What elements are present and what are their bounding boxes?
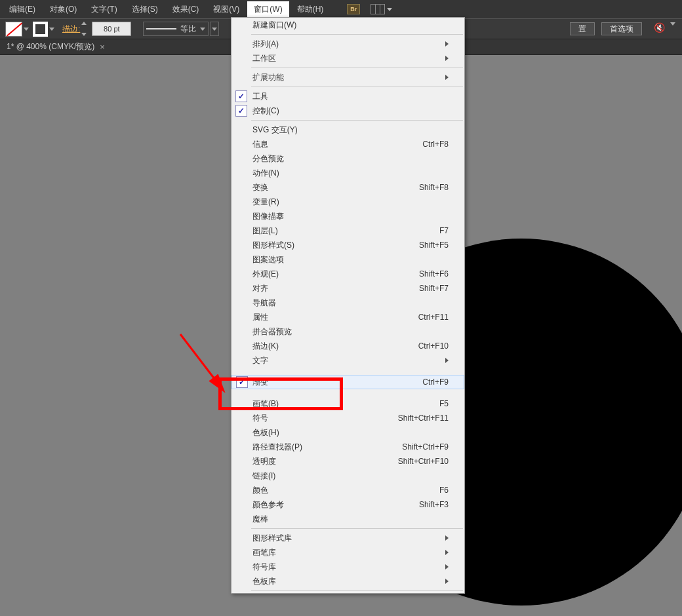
fill-none-icon[interactable] [5, 22, 22, 37]
menu-item[interactable]: 排列(A) [231, 37, 464, 51]
menubar: 编辑(E) 对象(O) 文字(T) 选择(S) 效果(C) 视图(V) 窗口(W… [0, 0, 682, 18]
preferences-button[interactable]: 首选项 [601, 22, 642, 35]
chevron-right-icon [445, 56, 449, 61]
menu-shortcut: F6 [439, 486, 449, 495]
menu-item-label: 排列(A) [252, 39, 279, 50]
menu-item[interactable]: 图案选项 [231, 252, 464, 267]
stroke-weight-input[interactable]: 80 pt [92, 22, 131, 36]
menu-item[interactable]: 变量(R) [231, 195, 464, 209]
menu-item-label: 符号 [252, 413, 268, 424]
menu-item[interactable]: 符号Shift+Ctrl+F11 [231, 411, 464, 425]
menu-object[interactable]: 对象(O) [43, 1, 83, 18]
menu-shortcut: Shift+Ctrl+F10 [398, 457, 449, 466]
bridge-icon[interactable]: Br [347, 4, 360, 14]
chevron-down-icon[interactable] [670, 22, 675, 26]
menu-item-label: 工作区 [252, 53, 276, 64]
menu-item[interactable]: 图像描摹 [231, 209, 464, 223]
menu-item-label: 颜色 [252, 485, 268, 496]
menu-item[interactable]: 导航器 [231, 296, 464, 310]
stepper-up-icon[interactable] [81, 22, 87, 25]
tab-title: 1* @ 400% (CMYK/预览) [7, 41, 94, 52]
menu-item-label: 符号库 [252, 562, 276, 573]
menu-item-label: 外观(E) [252, 269, 279, 280]
menu-type[interactable]: 文字(T) [85, 1, 123, 18]
menu-help[interactable]: 帮助(H) [291, 1, 331, 18]
menu-edit[interactable]: 编辑(E) [3, 1, 42, 18]
menu-shortcut: F5 [439, 399, 449, 408]
menu-item[interactable]: ✓工具 [231, 89, 464, 104]
menu-item[interactable]: 图形样式(S)Shift+F5 [231, 238, 464, 252]
check-icon: ✓ [235, 105, 247, 117]
menu-shortcut: Shift+Ctrl+F11 [398, 414, 449, 423]
chevron-down-icon[interactable] [387, 8, 392, 11]
menu-item[interactable]: 链接(I) [231, 469, 464, 483]
menu-select[interactable]: 选择(S) [125, 1, 165, 18]
menu-item[interactable]: 新建窗口(W) [231, 18, 464, 32]
menu-item[interactable]: ✓控制(C) [231, 104, 464, 118]
menu-item[interactable]: 路径查找器(P)Shift+Ctrl+F9 [231, 440, 464, 454]
layout-switcher-icon[interactable] [371, 4, 385, 14]
menu-item-label: 链接(I) [252, 471, 275, 482]
menu-item-label: 分色预览 [252, 153, 284, 164]
setup-button[interactable]: 置 [570, 22, 595, 35]
menu-item[interactable]: 画笔库 [231, 545, 464, 560]
chevron-down-icon[interactable] [24, 28, 29, 31]
chevron-right-icon [445, 579, 449, 584]
menu-shortcut: Ctrl+F11 [418, 313, 449, 322]
sound-off-icon[interactable]: 🔇 [654, 22, 665, 35]
menu-item[interactable]: 颜色参考Shift+F3 [231, 497, 464, 512]
menu-item[interactable]: 扩展功能 [231, 70, 464, 85]
menu-item[interactable]: 画笔(B)F5 [231, 396, 464, 411]
chevron-right-icon [445, 550, 449, 555]
menu-item[interactable]: 分色预览 [231, 151, 464, 166]
menu-item[interactable]: 外观(E)Shift+F6 [231, 267, 464, 281]
check-icon: ✓ [236, 376, 248, 388]
menu-item[interactable]: 图层(L)F7 [231, 223, 464, 238]
document-tab[interactable]: 1* @ 400% (CMYK/预览) × [0, 39, 111, 55]
menu-item[interactable]: 信息Ctrl+F8 [231, 137, 464, 151]
menu-item-label: 画笔(B) [252, 398, 279, 410]
menu-item[interactable]: 拼合器预览 [231, 324, 464, 339]
menu-item[interactable]: 属性Ctrl+F11 [231, 310, 464, 324]
window-menu-dropdown: 新建窗口(W)排列(A)工作区扩展功能✓工具✓控制(C)SVG 交互(Y)信息C… [231, 17, 465, 594]
stepper-down-icon[interactable] [81, 33, 87, 36]
menu-item[interactable]: 对齐Shift+F7 [231, 281, 464, 296]
menu-window[interactable]: 窗口(W) [247, 1, 289, 18]
chevron-down-icon[interactable] [49, 28, 54, 31]
menu-item[interactable]: 魔棒 [231, 512, 464, 526]
menu-item-label: 动作(N) [252, 168, 279, 179]
menu-item-label: 图层(L) [252, 225, 278, 237]
menu-item[interactable]: ✓渐变Ctrl+F9 [231, 375, 464, 389]
menu-item[interactable]: 文字 [231, 353, 464, 368]
menu-item-label: 画笔库 [252, 547, 276, 558]
menu-item[interactable]: 颜色F6 [231, 483, 464, 497]
menu-effect[interactable]: 效果(C) [166, 1, 206, 18]
menu-item[interactable]: 描边(K)Ctrl+F10 [231, 339, 464, 353]
menu-item-label: 图案选项 [252, 254, 284, 265]
close-icon[interactable]: × [100, 42, 105, 52]
menu-item-label: 扩展功能 [252, 72, 284, 83]
menu-item-label: 渐变 [252, 377, 268, 388]
menu-item[interactable]: 透明度Shift+Ctrl+F10 [231, 454, 464, 469]
menu-shortcut: Shift+F7 [419, 284, 449, 293]
menu-item-label: SVG 交互(Y) [252, 125, 298, 136]
stroke-style-select[interactable]: 等比 [143, 22, 209, 36]
menu-item-label: 控制(C) [252, 106, 279, 117]
menu-shortcut: Ctrl+F10 [418, 341, 449, 351]
menu-item[interactable]: 色板(H) [231, 425, 464, 440]
menu-item[interactable]: 变换Shift+F8 [231, 180, 464, 195]
menu-item[interactable]: 图形样式库 [231, 531, 464, 545]
chevron-right-icon [445, 41, 449, 47]
menu-item[interactable]: 色板库 [231, 574, 464, 588]
menu-shortcut: Shift+F6 [419, 269, 449, 279]
menu-item[interactable]: 动作(N) [231, 166, 464, 180]
menu-item[interactable]: SVG 交互(Y) [231, 123, 464, 137]
menu-item-label: 文字 [252, 355, 268, 366]
menu-item-label: 图像描摹 [252, 211, 284, 222]
stroke-swatch-icon[interactable] [33, 22, 48, 37]
menu-item[interactable]: 工作区 [231, 51, 464, 66]
menu-view[interactable]: 视图(V) [207, 1, 246, 18]
chevron-down-icon[interactable] [212, 28, 217, 31]
menu-item[interactable]: 符号库 [231, 560, 464, 574]
menu-shortcut: Ctrl+F8 [422, 140, 449, 149]
